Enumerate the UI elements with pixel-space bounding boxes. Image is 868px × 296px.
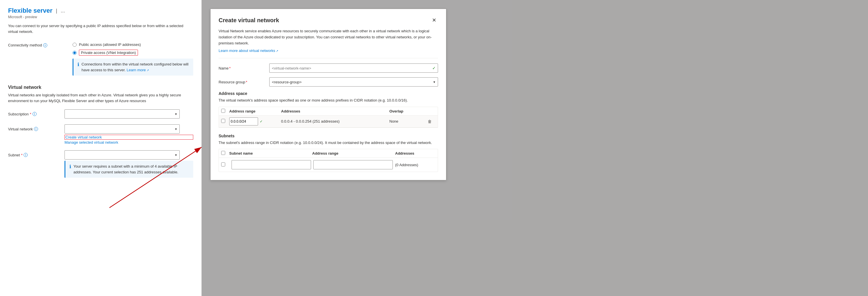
address-range-select-all-checkbox[interactable] — [221, 109, 225, 113]
subscription-select[interactable] — [64, 109, 180, 118]
modal-close-button[interactable]: ✕ — [430, 17, 438, 23]
public-access-radio[interactable] — [72, 43, 76, 47]
title-separator: | — [56, 8, 57, 14]
subnet-range-column-header: Address range — [312, 151, 395, 156]
address-range-overlap: None — [390, 119, 424, 124]
subscription-required-star: * — [30, 112, 31, 116]
modal-title: Create virtual network — [219, 17, 279, 24]
page-subtitle: Microsoft - preview — [8, 15, 193, 19]
subscription-info-icon[interactable]: i — [33, 112, 37, 116]
modal-resource-group-select[interactable]: <resource-group> — [269, 77, 438, 86]
subscription-label: Subscription — [8, 112, 29, 116]
subnet-label: Subnet — [8, 153, 20, 157]
modal-overlay: Create virtual network ✕ Virtual Network… — [202, 0, 868, 296]
vnet-section-description: Virtual networks are logically isolated … — [8, 92, 192, 104]
vnet-info-icon[interactable]: i — [34, 127, 38, 131]
address-space-title: Address space — [219, 91, 438, 96]
subnet-row-checkbox[interactable] — [221, 162, 225, 166]
addresses-column-header: Addresses — [281, 109, 390, 113]
subnet-name-column-header: Subnet name — [229, 151, 312, 156]
subnets-description: The subnet's address range in CIDR notat… — [219, 140, 438, 146]
modal-name-valid-icon: ✓ — [432, 66, 436, 71]
subnet-name-input[interactable] — [231, 160, 311, 169]
vnet-label: Virtual network — [8, 127, 33, 131]
subnets-title: Subnets — [219, 134, 438, 138]
address-range-addresses: 0.0.0.4 - 0.0.0.254 (251 addresses) — [281, 119, 390, 124]
modal-name-label: Name — [219, 66, 229, 71]
vnet-select[interactable] — [64, 124, 180, 134]
subnet-info-text: Your server requires a subnet with a min… — [73, 164, 189, 175]
learn-more-link[interactable]: Learn more — [127, 68, 149, 72]
address-range-delete-icon[interactable]: 🗑 — [428, 119, 432, 124]
subnet-info-box: ℹ Your server requires a subnet with a m… — [64, 161, 193, 178]
subnet-row: (0 Addresses) — [219, 158, 438, 172]
connectivity-info-box: ℹ Connections from within the virtual ne… — [72, 59, 193, 76]
connectivity-method-label: Connectivity method — [8, 43, 42, 47]
create-vnet-link[interactable]: Create virtual network — [64, 135, 193, 140]
address-range-column-header: Address range — [229, 109, 281, 113]
title-more-button[interactable]: ... — [61, 8, 65, 14]
modal-learn-more-link[interactable]: Learn more about virtual networks — [219, 49, 278, 53]
address-range-row: ✓ 0.0.0.4 - 0.0.0.254 (251 addresses) No… — [219, 116, 438, 128]
page-title: Flexible server — [8, 7, 53, 15]
subnet-select-all-checkbox[interactable] — [221, 151, 225, 155]
address-space-description: The virtual network's address space spec… — [219, 98, 438, 103]
public-access-label: Public access (allowed IP addresses) — [79, 43, 141, 47]
address-range-row-checkbox[interactable] — [221, 119, 225, 123]
modal-resource-group-required: * — [246, 80, 247, 84]
subnet-required-star: * — [21, 153, 23, 157]
private-access-radio[interactable] — [72, 51, 76, 55]
info-box-text: Connections from within the virtual netw… — [82, 61, 189, 73]
subnet-addresses-column-header: Addresses — [395, 151, 435, 156]
subnet-info-icon-box: ℹ — [69, 164, 71, 169]
connectivity-info-icon[interactable]: i — [43, 43, 47, 47]
page-description: You can connect to your server by specif… — [8, 23, 192, 34]
modal-name-required: * — [229, 66, 231, 71]
subnet-select[interactable] — [64, 150, 180, 160]
vnet-section-title: Virtual network — [8, 85, 193, 90]
subnet-info-icon[interactable]: i — [24, 153, 28, 157]
address-range-input[interactable] — [229, 117, 258, 126]
address-range-valid-icon: ✓ — [260, 119, 262, 124]
private-access-label: Private access (VNet Integration) — [81, 51, 136, 55]
modal-resource-group-label: Resource group — [219, 80, 245, 84]
create-vnet-modal: Create virtual network ✕ Virtual Network… — [210, 9, 446, 180]
subnet-addresses: (0 Addresses) — [395, 163, 435, 167]
modal-name-input[interactable] — [269, 63, 438, 73]
info-box-icon: ℹ — [78, 62, 79, 67]
overlap-column-header: Overlap — [390, 109, 424, 113]
manage-vnet-link[interactable]: Manage selected virtual network — [64, 140, 193, 144]
subnet-range-input[interactable] — [313, 160, 393, 169]
modal-description: Virtual Network service enables Azure re… — [219, 28, 438, 46]
